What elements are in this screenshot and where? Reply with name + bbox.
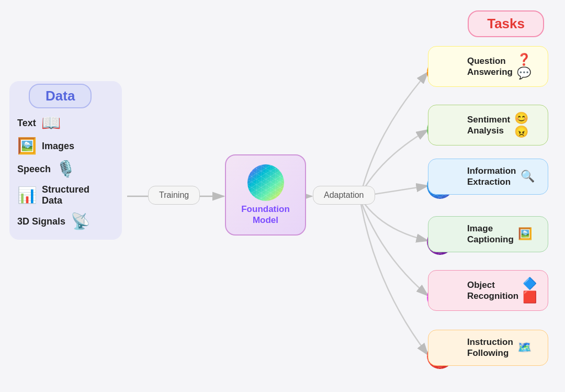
sa-icon: 😊😠 bbox=[514, 111, 539, 139]
router-icon: 📡 bbox=[71, 214, 90, 229]
task-ic-label: ImageCaptioning bbox=[467, 223, 514, 245]
foundation-sphere bbox=[247, 164, 284, 201]
tasks-title-box: Tasks bbox=[468, 10, 544, 37]
qa-icon: ❓💬 bbox=[517, 53, 539, 80]
foundation-model-box: FoundationModel bbox=[225, 154, 306, 236]
task-card-ic: ImageCaptioning 🖼️ bbox=[428, 216, 548, 252]
data-item-3d-label: 3D Signals bbox=[17, 216, 65, 227]
task-card-sa: SentimentAnalysis 😊😠 bbox=[428, 105, 548, 145]
data-items-list: Text 📖 🖼️ Images Speech 🎙️ 📊 StructuredD… bbox=[17, 115, 114, 229]
data-title-box: Data bbox=[29, 84, 92, 108]
adaptation-box: Adaptation bbox=[313, 186, 375, 205]
data-item-speech-label: Speech bbox=[17, 164, 51, 175]
ic-icon: 🖼️ bbox=[518, 227, 532, 241]
chart-icon: 📊 bbox=[17, 187, 37, 203]
task-sa-label: SentimentAnalysis bbox=[467, 114, 510, 137]
data-item-text: Text 📖 bbox=[17, 115, 114, 131]
task-qa-label: QuestionAnswering bbox=[467, 55, 513, 78]
data-item-speech: Speech 🎙️ bbox=[17, 161, 114, 177]
task-ie-label: InformationExtraction bbox=[467, 165, 516, 188]
foundation-model-label: FoundationModel bbox=[241, 204, 290, 226]
data-item-text-label: Text bbox=[17, 118, 36, 129]
data-item-images-label: Images bbox=[42, 141, 74, 152]
adaptation-label: Adaptation bbox=[324, 191, 364, 199]
images-icon: 🖼️ bbox=[17, 138, 37, 154]
task-card-qa: QuestionAnswering ❓💬 bbox=[428, 46, 548, 87]
task-if-label: InstructionFollowing bbox=[467, 337, 513, 359]
data-item-structured: 📊 StructuredData bbox=[17, 184, 114, 206]
training-label: Training bbox=[159, 191, 189, 199]
data-item-structured-label: StructuredData bbox=[42, 184, 89, 206]
ie-icon: 🔍 bbox=[521, 170, 535, 183]
if-icon: 🗺️ bbox=[517, 341, 532, 354]
data-title: Data bbox=[46, 88, 75, 104]
task-card-or: ObjectRecognition 🔷🟥 bbox=[428, 270, 548, 311]
or-icon: 🔷🟥 bbox=[523, 277, 539, 304]
book-icon: 📖 bbox=[41, 115, 61, 131]
task-or-label: ObjectRecognition bbox=[467, 279, 518, 302]
tasks-title: Tasks bbox=[487, 16, 525, 31]
task-card-ie: InformationExtraction 🔍 bbox=[428, 159, 548, 195]
data-item-images: 🖼️ Images bbox=[17, 138, 114, 154]
microphone-icon: 🎙️ bbox=[56, 161, 75, 177]
data-item-3d: 3D Signals 📡 bbox=[17, 214, 114, 229]
task-card-if: InstructionFollowing 🗺️ bbox=[428, 330, 548, 366]
training-box: Training bbox=[148, 186, 200, 205]
